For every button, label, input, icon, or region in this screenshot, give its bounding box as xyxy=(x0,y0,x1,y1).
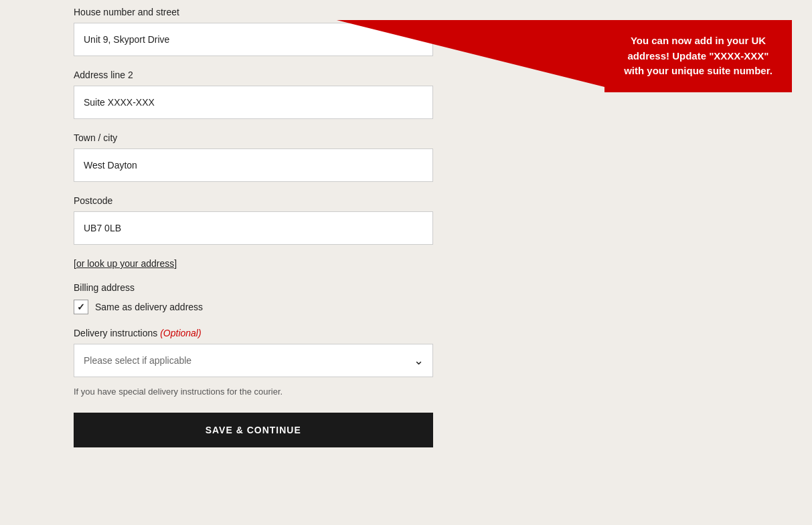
main-content: House number and street Address line 2 T… xyxy=(54,0,453,525)
left-sidebar xyxy=(0,0,54,525)
lookup-address-link[interactable]: [or look up your address] xyxy=(74,258,177,269)
delivery-instructions-section: Delivery instructions (Optional) Please … xyxy=(74,328,433,377)
house-number-group: House number and street xyxy=(74,7,433,56)
courier-note: If you have special delivery instruction… xyxy=(74,387,433,397)
billing-address-label: Billing address xyxy=(74,282,433,293)
address-line2-label: Address line 2 xyxy=(74,70,433,80)
postcode-input[interactable] xyxy=(74,211,433,245)
same-as-delivery-checkbox[interactable]: ✓ xyxy=(74,300,88,314)
tooltip-callout: You can now add in your UK address! Upda… xyxy=(604,20,792,92)
delivery-label-text: Delivery instructions xyxy=(74,328,157,338)
address-line2-group: Address line 2 xyxy=(74,70,433,119)
delivery-optional-text: (Optional) xyxy=(160,328,201,338)
right-area: You can now add in your UK address! Upda… xyxy=(453,0,813,525)
address-line2-input[interactable] xyxy=(74,86,433,119)
town-city-group: Town / city xyxy=(74,132,433,182)
tooltip-message: You can now add in your UK address! Upda… xyxy=(624,35,773,76)
postcode-group: Postcode xyxy=(74,195,433,245)
postcode-label: Postcode xyxy=(74,195,433,206)
same-as-delivery-row: ✓ Same as delivery address xyxy=(74,300,433,314)
save-continue-button[interactable]: SAVE & CONTINUE xyxy=(74,413,433,447)
billing-address-section: Billing address ✓ Same as delivery addre… xyxy=(74,282,433,314)
page-wrapper: House number and street Address line 2 T… xyxy=(0,0,812,525)
delivery-select-wrapper: Please select if applicable ⌄ xyxy=(74,344,433,377)
town-city-label: Town / city xyxy=(74,132,433,143)
town-city-input[interactable] xyxy=(74,148,433,182)
checkmark-icon: ✓ xyxy=(77,302,85,312)
same-as-delivery-label: Same as delivery address xyxy=(95,302,203,312)
delivery-instructions-label: Delivery instructions (Optional) xyxy=(74,328,433,338)
delivery-instructions-select[interactable]: Please select if applicable xyxy=(74,344,433,377)
house-number-input[interactable] xyxy=(74,23,433,56)
house-number-label: House number and street xyxy=(74,7,433,17)
